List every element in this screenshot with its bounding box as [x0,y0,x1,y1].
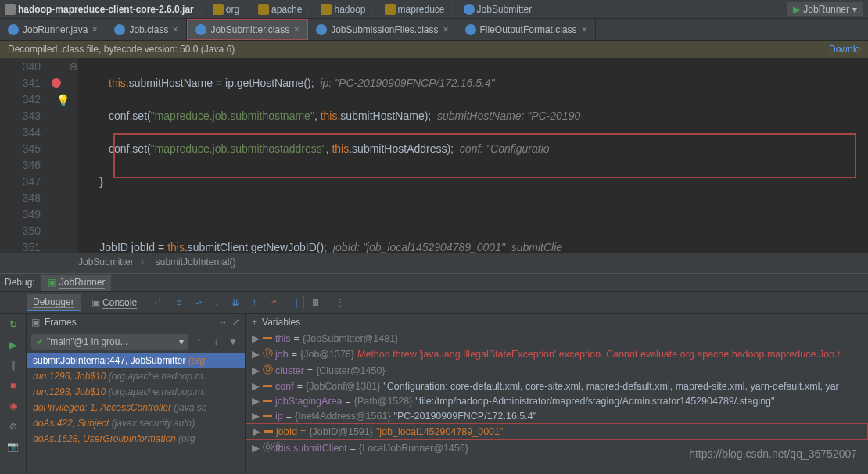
next-frame-icon[interactable]: ↓ [209,335,223,349]
close-icon[interactable]: ✕ [172,25,178,34]
class-icon [465,24,476,35]
crumb-org[interactable]: org [226,4,239,15]
var-row[interactable]: ▶this={JobSubmitter@1481} [246,331,868,346]
pause-icon[interactable]: ∥ [5,357,21,373]
variables-title: Variables [262,317,300,328]
frame-list[interactable]: submitJobInternal:447, JobSubmitter (org… [27,353,245,447]
thread-selector[interactable]: ✔"main"@1 in grou...▾ [31,334,188,350]
bc-class[interactable]: JobSubmitter [78,257,134,270]
crumb-class[interactable]: JobSubmitter [477,4,533,15]
breadcrumb-bar: hadoop-mapreduce-client-core-2.6.0.jar 〉… [0,0,868,19]
restore-layout-icon[interactable]: ↔ [218,317,228,328]
banner-download-link[interactable]: Downlo [829,44,860,55]
debug-sidebar: ↻ ▶ ∥ ■ ◉ ⊘ 📷 [0,314,27,474]
frame-row[interactable]: doAs:422, Subject (javax.security.auth) [27,415,245,431]
filter-icon[interactable]: ▼ [226,335,240,349]
class-icon [114,24,125,35]
class-icon [8,24,19,35]
close-icon[interactable]: ✕ [293,25,299,34]
thread-name: "main"@1 in grou... [47,336,127,347]
debugger-tab[interactable]: Debugger [27,294,81,311]
debugger-toolbar: Debugger ▣ Console →' ≡ ⤻ ↓ ⇊ ↑ ⬏ →| 🖩 ⋮ [0,292,868,314]
debug-tab-label: JobRunner [59,277,106,289]
frame-row[interactable]: run:1296, Job$10 (org.apache.hadoop.m. [27,368,245,384]
frame-row[interactable]: submitJobInternal:447, JobSubmitter (org [27,353,245,368]
step-over-icon[interactable]: ⤻ [191,296,205,310]
jar-icon [5,4,16,15]
package-icon [258,4,269,15]
breakpoint-icon[interactable] [52,78,61,88]
tab-label: Job.class [129,24,168,35]
var-row[interactable]: ▶ⓟcluster={Cluster@1450} [246,362,868,379]
frames-panel: ▣Frames↔⤢ ✔"main"@1 in grou...▾ ↑ ↓ ▼ su… [27,314,246,474]
tab-jobsubmissionfiles[interactable]: JobSubmissionFiles.class✕ [308,19,457,40]
frame-row[interactable]: run:1293, Job$10 (org.apache.hadoop.m. [27,384,245,400]
var-row[interactable]: ▶jobId={JobID@1591} "job_local1452904789… [246,423,868,440]
code-area[interactable]: this.submitHostName = ip.getHostName(); … [78,58,868,253]
more-icon[interactable]: ⋮ [333,296,347,310]
crumb-hadoop[interactable]: hadoop [334,4,365,15]
rerun-icon[interactable]: ↻ [5,317,21,332]
gutter-marks: ⊖💡 [47,58,78,253]
frame-row[interactable]: doAs:1628, UserGroupInformation (org [27,431,245,447]
debug-toolwindow-header: Debug: ▣JobRunner [0,273,868,292]
tab-label: JobSubmissionFiles.class [331,24,438,35]
step-config-icon[interactable]: →' [148,296,162,310]
close-icon[interactable]: ✕ [443,25,449,34]
class-icon [464,4,475,15]
dump-icon[interactable]: 📷 [5,439,21,454]
crumb-jar[interactable]: hadoop-mapreduce-client-core-2.6.0.jar [18,4,194,15]
view-breakpoints-icon[interactable]: ◉ [5,398,21,414]
watermark: https://blog.csdn.net/qq_36752007 [689,447,857,460]
prev-frame-icon[interactable]: ↑ [192,335,206,349]
drop-frame-icon[interactable]: ⬏ [266,296,280,310]
console-tab[interactable]: ▣ Console [85,295,143,311]
crumb-mapreduce[interactable]: mapreduce [398,4,445,15]
class-icon [195,24,206,35]
run-config-selector[interactable]: ▶ JobRunner ▾ [787,2,863,16]
package-icon [385,4,396,15]
tab-label: FileOutputFormat.class [480,24,577,35]
line-gutter: 340341342343344345346347348349350351 [0,58,47,253]
class-icon [316,24,327,35]
run-icon: ▶ [793,4,800,15]
tab-jobrunner[interactable]: JobRunner.java✕ [0,19,106,40]
frame-row[interactable]: doPrivileged:-1, AccessController (java.… [27,400,245,415]
step-into-icon[interactable]: ↓ [210,296,224,310]
var-row[interactable]: ▶ip={Inet4Address@1561} "PC-20190909FNCP… [246,408,868,423]
var-row[interactable]: ▶jobStagingArea={Path@1528} "file:/tmp/h… [246,393,868,408]
step-out-icon[interactable]: ↑ [247,296,261,310]
frames-icon: ▣ [31,317,40,328]
package-icon [213,4,224,15]
debug-session-tab[interactable]: ▣JobRunner [41,275,112,291]
tab-jobsubmitter[interactable]: JobSubmitter.class✕ [187,19,308,40]
chevron-down-icon: ▾ [852,4,857,15]
tab-fileoutputformat[interactable]: FileOutputFormat.class✕ [457,19,596,40]
intention-bulb-icon[interactable]: 💡 [47,92,78,109]
banner-text: Decompiled .class file, bytecode version… [8,44,235,55]
var-row[interactable]: ▶conf={JobConf@1381} "Configuration: cor… [246,379,868,393]
new-watch-icon[interactable]: + [252,317,257,328]
show-exec-point-icon[interactable]: ≡ [172,296,186,310]
decompile-banner: Decompiled .class file, bytecode version… [0,41,868,58]
resume-icon[interactable]: ▶ [5,337,21,353]
close-icon[interactable]: ✕ [581,25,587,34]
settings-icon[interactable]: ⤢ [232,317,240,328]
force-step-into-icon[interactable]: ⇊ [228,296,242,310]
crumb-apache[interactable]: apache [271,4,302,15]
stop-icon[interactable]: ■ [5,378,21,393]
var-row[interactable]: ▶ⓟjob={Job@1376} Method threw 'java.lang… [246,346,868,362]
bc-method[interactable]: submitJobInternal() [156,257,236,270]
mute-breakpoints-icon[interactable]: ⊘ [5,418,21,434]
evaluate-icon[interactable]: 🖩 [309,296,323,310]
run-config-label: JobRunner [803,4,849,15]
editor-tabs: JobRunner.java✕ Job.class✕ JobSubmitter.… [0,19,868,41]
tab-label: JobSubmitter.class [210,24,289,35]
tab-label: JobRunner.java [23,24,88,35]
debug-label: Debug: [5,277,35,288]
check-icon: ✔ [36,336,44,347]
run-to-cursor-icon[interactable]: →| [285,296,299,310]
code-editor[interactable]: 340341342343344345346347348349350351 ⊖💡 … [0,58,868,253]
tab-job[interactable]: Job.class✕ [106,19,187,40]
close-icon[interactable]: ✕ [91,25,98,34]
